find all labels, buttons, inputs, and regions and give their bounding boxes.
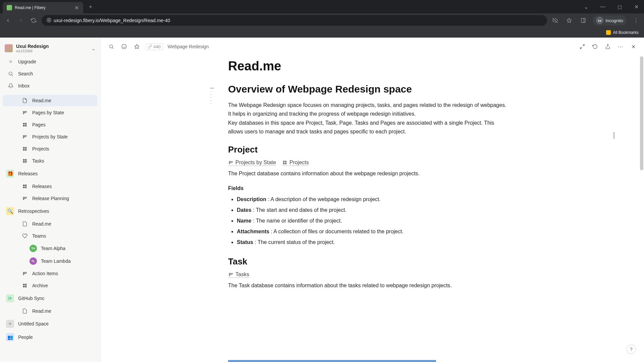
- sidebar-space-retrospectives[interactable]: 🔍 Retrospectives: [3, 205, 98, 218]
- sidebar-search[interactable]: Search: [3, 68, 98, 79]
- close-button[interactable]: ✕: [629, 43, 637, 51]
- back-button[interactable]: [3, 16, 13, 25]
- window-minimize-icon[interactable]: ―: [598, 4, 608, 10]
- team-badge-icon: TA: [30, 245, 37, 252]
- sidebar-item-releases[interactable]: Releases: [3, 181, 98, 192]
- url-bar[interactable]: uxui-redesign.fibery.io/Webpage_Redesign…: [42, 15, 547, 26]
- svg-rect-42: [25, 286, 27, 288]
- sidebar-item-projects-by-state[interactable]: Projects by State: [3, 131, 98, 142]
- outline-item[interactable]: [210, 97, 212, 98]
- sidebar-item-release-planning[interactable]: Release Planning: [3, 193, 98, 204]
- sidebar-item-pages-by-state[interactable]: Pages by State: [3, 107, 98, 118]
- grid-icon: [21, 145, 28, 152]
- sidebar-item-archive[interactable]: Archive: [3, 280, 98, 291]
- svg-rect-24: [25, 149, 27, 151]
- eye-off-icon[interactable]: [550, 16, 560, 25]
- paragraph: The Webpage Redesign space focuses on ma…: [228, 101, 506, 118]
- sidebar-item-readme[interactable]: Read.me: [3, 95, 98, 106]
- sidebar-item-readme-retro[interactable]: Read.me: [3, 218, 98, 230]
- svg-rect-52: [283, 161, 285, 163]
- help-button[interactable]: ?: [627, 345, 636, 354]
- sidebar-item-team-alpha[interactable]: TA Team Alpha: [3, 242, 98, 254]
- sidebar-space-people[interactable]: 👥 People: [3, 331, 98, 344]
- search-icon: [7, 70, 14, 77]
- sidebar-item-label: GitHub Sync: [18, 296, 45, 301]
- star-icon[interactable]: [565, 16, 574, 25]
- heart-icon: [21, 233, 28, 239]
- share-button[interactable]: [604, 43, 612, 51]
- sidebar-item-label: Projects: [32, 146, 49, 152]
- emoji-button[interactable]: [120, 43, 128, 51]
- link-tasks[interactable]: Tasks: [228, 272, 249, 278]
- sidebar-item-action-items[interactable]: Action Items: [3, 268, 98, 279]
- incognito-label: Incognito: [605, 18, 623, 23]
- paragraph: The Task database contains information a…: [228, 281, 506, 290]
- svg-rect-17: [25, 125, 27, 127]
- sidebar-space-untitled[interactable]: ✧ Untitled Space: [3, 317, 98, 330]
- outline-item[interactable]: [210, 100, 212, 101]
- sidebar-item-label: People: [18, 335, 33, 340]
- sidebar-item-projects[interactable]: Projects: [3, 143, 98, 155]
- sidebar-item-teams[interactable]: Teams: [3, 230, 98, 242]
- svg-rect-26: [25, 159, 27, 161]
- sidebar-item-label: Read.me: [32, 308, 51, 314]
- expand-button[interactable]: [578, 43, 586, 51]
- sidebar-inbox[interactable]: Inbox: [3, 80, 98, 92]
- sidebar-item-tasks[interactable]: Tasks: [3, 155, 98, 167]
- forward-button[interactable]: [16, 16, 25, 25]
- link-projects-by-state[interactable]: Projects by State: [228, 160, 276, 166]
- scrollbar[interactable]: [640, 56, 643, 170]
- incognito-badge[interactable]: Incognito: [593, 15, 627, 25]
- outline-item[interactable]: [210, 88, 214, 88]
- sidebar-upgrade[interactable]: ✧ Upgrade: [3, 56, 98, 67]
- outline-item[interactable]: [210, 91, 212, 92]
- sidebar-item-team-lambda[interactable]: TL Team Lambda: [3, 255, 98, 267]
- more-button[interactable]: ⋯: [616, 43, 625, 51]
- sidebar-space-github-sync[interactable]: ⟳ GitHub Sync: [3, 292, 98, 305]
- browser-tab[interactable]: Read.me | Fibery ✕: [3, 2, 83, 13]
- history-button[interactable]: [591, 43, 599, 51]
- breadcrumb[interactable]: Webpage Redesign: [168, 44, 209, 49]
- board-icon: [228, 272, 233, 277]
- workspace-id: ea131bb8: [16, 49, 88, 53]
- board-icon: [21, 109, 28, 116]
- panel-icon[interactable]: [579, 16, 588, 25]
- document-outline[interactable]: [210, 88, 214, 104]
- browser-menu-icon[interactable]: ⋮: [631, 16, 641, 25]
- grid-icon: [21, 282, 28, 289]
- sidebar-space-releases[interactable]: 🎁 Releases: [3, 167, 98, 180]
- document-body[interactable]: Read.me Overview of Webpage Redesign spa…: [228, 59, 506, 290]
- window-close-icon[interactable]: ✕: [631, 4, 641, 10]
- svg-point-9: [9, 72, 12, 75]
- svg-rect-37: [24, 272, 25, 274]
- sidebar-item-pages[interactable]: Pages: [3, 119, 98, 130]
- browser-toolbar: uxui-redesign.fibery.io/Webpage_Redesign…: [0, 13, 644, 27]
- svg-rect-14: [23, 123, 25, 125]
- tab-title: Read.me | Fibery: [15, 5, 71, 10]
- outline-item[interactable]: [210, 94, 212, 95]
- workspace-name: Uxui Redesign: [16, 44, 88, 49]
- close-tab-icon[interactable]: ✕: [74, 5, 79, 10]
- field-item: Description : A description of the webpa…: [237, 194, 506, 205]
- page-title[interactable]: Read.me: [228, 59, 506, 73]
- search-button[interactable]: [107, 43, 115, 51]
- favorite-button[interactable]: [133, 43, 141, 51]
- sidebar-item-label: Upgrade: [18, 59, 36, 64]
- svg-point-43: [110, 45, 113, 48]
- tab-dropdown-icon[interactable]: ⌄: [581, 4, 591, 10]
- link-projects[interactable]: Projects: [282, 160, 309, 166]
- reload-button[interactable]: [29, 16, 38, 25]
- doc-icon: [21, 308, 28, 314]
- new-tab-button[interactable]: ＋: [86, 2, 95, 11]
- field-item: Attachments : A collection of files or d…: [237, 226, 506, 237]
- doc-icon: [21, 97, 28, 104]
- svg-line-10: [12, 75, 13, 76]
- document-scroll[interactable]: Read.me Overview of Webpage Redesign spa…: [101, 56, 644, 362]
- window-maximize-icon[interactable]: ◻: [614, 4, 625, 10]
- workspace-switcher[interactable]: Uxui Redesign ea131bb8 ⌄: [0, 41, 100, 56]
- svg-line-48: [580, 47, 582, 49]
- entity-id-badge[interactable]: #40: [146, 43, 163, 50]
- outline-item[interactable]: [210, 103, 212, 104]
- sidebar-item-readme-github[interactable]: Read.me: [3, 305, 98, 317]
- all-bookmarks-button[interactable]: All Bookmarks: [606, 30, 639, 35]
